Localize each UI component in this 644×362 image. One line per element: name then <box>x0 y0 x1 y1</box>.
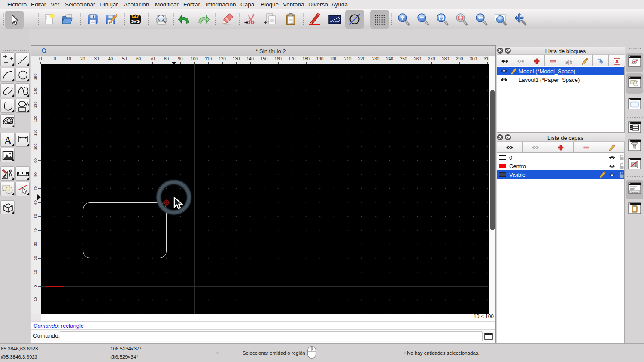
svg-text:SVG: SVG <box>131 19 140 24</box>
svg-text:A: A <box>4 134 12 147</box>
svg-text:Command: Command <box>631 191 638 193</box>
